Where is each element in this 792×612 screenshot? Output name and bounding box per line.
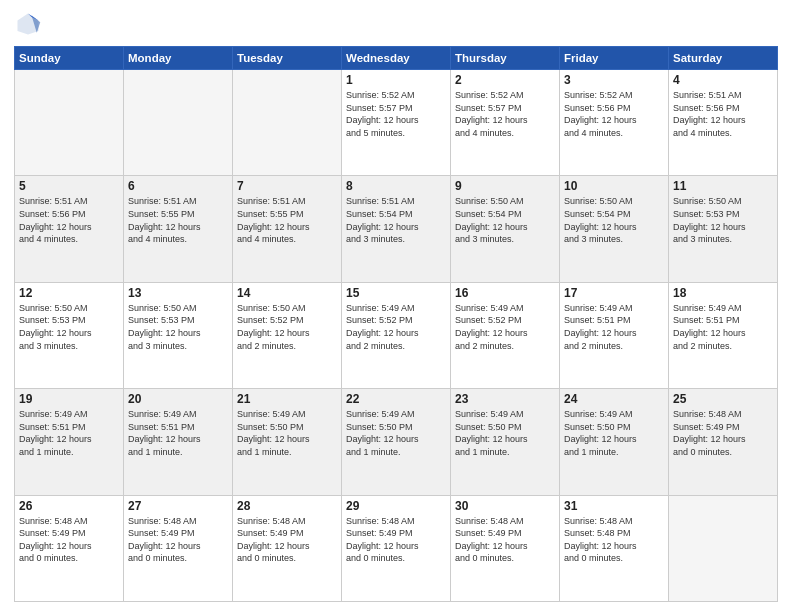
calendar-week-row: 19Sunrise: 5:49 AM Sunset: 5:51 PM Dayli… [15, 389, 778, 495]
day-info: Sunrise: 5:51 AM Sunset: 5:55 PM Dayligh… [237, 195, 337, 245]
calendar-cell: 29Sunrise: 5:48 AM Sunset: 5:49 PM Dayli… [342, 495, 451, 601]
day-number: 8 [346, 179, 446, 193]
day-number: 24 [564, 392, 664, 406]
logo [14, 10, 46, 38]
day-number: 26 [19, 499, 119, 513]
day-number: 28 [237, 499, 337, 513]
calendar-cell [15, 70, 124, 176]
calendar-cell: 21Sunrise: 5:49 AM Sunset: 5:50 PM Dayli… [233, 389, 342, 495]
weekday-header-thursday: Thursday [451, 47, 560, 70]
weekday-header-saturday: Saturday [669, 47, 778, 70]
calendar-week-row: 12Sunrise: 5:50 AM Sunset: 5:53 PM Dayli… [15, 282, 778, 388]
calendar-cell: 28Sunrise: 5:48 AM Sunset: 5:49 PM Dayli… [233, 495, 342, 601]
calendar-cell [233, 70, 342, 176]
day-number: 10 [564, 179, 664, 193]
weekday-header-tuesday: Tuesday [233, 47, 342, 70]
calendar-cell: 5Sunrise: 5:51 AM Sunset: 5:56 PM Daylig… [15, 176, 124, 282]
day-number: 22 [346, 392, 446, 406]
calendar-cell: 9Sunrise: 5:50 AM Sunset: 5:54 PM Daylig… [451, 176, 560, 282]
day-number: 30 [455, 499, 555, 513]
day-info: Sunrise: 5:48 AM Sunset: 5:48 PM Dayligh… [564, 515, 664, 565]
day-number: 31 [564, 499, 664, 513]
calendar-week-row: 26Sunrise: 5:48 AM Sunset: 5:49 PM Dayli… [15, 495, 778, 601]
day-number: 6 [128, 179, 228, 193]
calendar-cell: 2Sunrise: 5:52 AM Sunset: 5:57 PM Daylig… [451, 70, 560, 176]
calendar-cell: 14Sunrise: 5:50 AM Sunset: 5:52 PM Dayli… [233, 282, 342, 388]
day-info: Sunrise: 5:52 AM Sunset: 5:56 PM Dayligh… [564, 89, 664, 139]
day-number: 27 [128, 499, 228, 513]
day-info: Sunrise: 5:50 AM Sunset: 5:53 PM Dayligh… [128, 302, 228, 352]
calendar-cell: 25Sunrise: 5:48 AM Sunset: 5:49 PM Dayli… [669, 389, 778, 495]
day-info: Sunrise: 5:48 AM Sunset: 5:49 PM Dayligh… [346, 515, 446, 565]
day-info: Sunrise: 5:50 AM Sunset: 5:53 PM Dayligh… [19, 302, 119, 352]
weekday-header-sunday: Sunday [15, 47, 124, 70]
calendar-cell: 31Sunrise: 5:48 AM Sunset: 5:48 PM Dayli… [560, 495, 669, 601]
day-info: Sunrise: 5:50 AM Sunset: 5:54 PM Dayligh… [455, 195, 555, 245]
day-info: Sunrise: 5:51 AM Sunset: 5:56 PM Dayligh… [19, 195, 119, 245]
day-number: 1 [346, 73, 446, 87]
calendar-cell: 24Sunrise: 5:49 AM Sunset: 5:50 PM Dayli… [560, 389, 669, 495]
day-info: Sunrise: 5:48 AM Sunset: 5:49 PM Dayligh… [673, 408, 773, 458]
calendar-cell [669, 495, 778, 601]
day-info: Sunrise: 5:48 AM Sunset: 5:49 PM Dayligh… [19, 515, 119, 565]
calendar-cell: 30Sunrise: 5:48 AM Sunset: 5:49 PM Dayli… [451, 495, 560, 601]
day-info: Sunrise: 5:49 AM Sunset: 5:50 PM Dayligh… [346, 408, 446, 458]
calendar-cell: 12Sunrise: 5:50 AM Sunset: 5:53 PM Dayli… [15, 282, 124, 388]
day-number: 14 [237, 286, 337, 300]
day-info: Sunrise: 5:49 AM Sunset: 5:50 PM Dayligh… [237, 408, 337, 458]
day-info: Sunrise: 5:48 AM Sunset: 5:49 PM Dayligh… [237, 515, 337, 565]
day-info: Sunrise: 5:49 AM Sunset: 5:50 PM Dayligh… [455, 408, 555, 458]
day-info: Sunrise: 5:52 AM Sunset: 5:57 PM Dayligh… [346, 89, 446, 139]
calendar-cell: 27Sunrise: 5:48 AM Sunset: 5:49 PM Dayli… [124, 495, 233, 601]
page: SundayMondayTuesdayWednesdayThursdayFrid… [0, 0, 792, 612]
calendar-cell [124, 70, 233, 176]
day-info: Sunrise: 5:49 AM Sunset: 5:51 PM Dayligh… [128, 408, 228, 458]
day-number: 3 [564, 73, 664, 87]
weekday-header-row: SundayMondayTuesdayWednesdayThursdayFrid… [15, 47, 778, 70]
calendar-cell: 1Sunrise: 5:52 AM Sunset: 5:57 PM Daylig… [342, 70, 451, 176]
day-number: 16 [455, 286, 555, 300]
calendar-cell: 4Sunrise: 5:51 AM Sunset: 5:56 PM Daylig… [669, 70, 778, 176]
day-number: 9 [455, 179, 555, 193]
day-info: Sunrise: 5:50 AM Sunset: 5:54 PM Dayligh… [564, 195, 664, 245]
calendar-week-row: 1Sunrise: 5:52 AM Sunset: 5:57 PM Daylig… [15, 70, 778, 176]
day-number: 18 [673, 286, 773, 300]
calendar-cell: 22Sunrise: 5:49 AM Sunset: 5:50 PM Dayli… [342, 389, 451, 495]
calendar-cell: 3Sunrise: 5:52 AM Sunset: 5:56 PM Daylig… [560, 70, 669, 176]
calendar-cell: 19Sunrise: 5:49 AM Sunset: 5:51 PM Dayli… [15, 389, 124, 495]
day-number: 12 [19, 286, 119, 300]
calendar-cell: 13Sunrise: 5:50 AM Sunset: 5:53 PM Dayli… [124, 282, 233, 388]
calendar-cell: 26Sunrise: 5:48 AM Sunset: 5:49 PM Dayli… [15, 495, 124, 601]
calendar-cell: 17Sunrise: 5:49 AM Sunset: 5:51 PM Dayli… [560, 282, 669, 388]
calendar-cell: 23Sunrise: 5:49 AM Sunset: 5:50 PM Dayli… [451, 389, 560, 495]
day-info: Sunrise: 5:49 AM Sunset: 5:51 PM Dayligh… [564, 302, 664, 352]
day-number: 17 [564, 286, 664, 300]
calendar-cell: 6Sunrise: 5:51 AM Sunset: 5:55 PM Daylig… [124, 176, 233, 282]
calendar-table: SundayMondayTuesdayWednesdayThursdayFrid… [14, 46, 778, 602]
day-info: Sunrise: 5:49 AM Sunset: 5:52 PM Dayligh… [455, 302, 555, 352]
day-number: 19 [19, 392, 119, 406]
day-number: 25 [673, 392, 773, 406]
weekday-header-wednesday: Wednesday [342, 47, 451, 70]
header [14, 10, 778, 38]
day-info: Sunrise: 5:51 AM Sunset: 5:55 PM Dayligh… [128, 195, 228, 245]
day-info: Sunrise: 5:52 AM Sunset: 5:57 PM Dayligh… [455, 89, 555, 139]
day-info: Sunrise: 5:49 AM Sunset: 5:50 PM Dayligh… [564, 408, 664, 458]
calendar-cell: 16Sunrise: 5:49 AM Sunset: 5:52 PM Dayli… [451, 282, 560, 388]
day-info: Sunrise: 5:49 AM Sunset: 5:52 PM Dayligh… [346, 302, 446, 352]
day-number: 20 [128, 392, 228, 406]
day-number: 2 [455, 73, 555, 87]
day-info: Sunrise: 5:48 AM Sunset: 5:49 PM Dayligh… [128, 515, 228, 565]
day-number: 29 [346, 499, 446, 513]
day-number: 13 [128, 286, 228, 300]
calendar-cell: 20Sunrise: 5:49 AM Sunset: 5:51 PM Dayli… [124, 389, 233, 495]
calendar-cell: 8Sunrise: 5:51 AM Sunset: 5:54 PM Daylig… [342, 176, 451, 282]
day-info: Sunrise: 5:49 AM Sunset: 5:51 PM Dayligh… [673, 302, 773, 352]
weekday-header-monday: Monday [124, 47, 233, 70]
calendar-cell: 7Sunrise: 5:51 AM Sunset: 5:55 PM Daylig… [233, 176, 342, 282]
logo-icon [14, 10, 42, 38]
day-number: 7 [237, 179, 337, 193]
day-info: Sunrise: 5:51 AM Sunset: 5:54 PM Dayligh… [346, 195, 446, 245]
day-number: 4 [673, 73, 773, 87]
calendar-cell: 11Sunrise: 5:50 AM Sunset: 5:53 PM Dayli… [669, 176, 778, 282]
